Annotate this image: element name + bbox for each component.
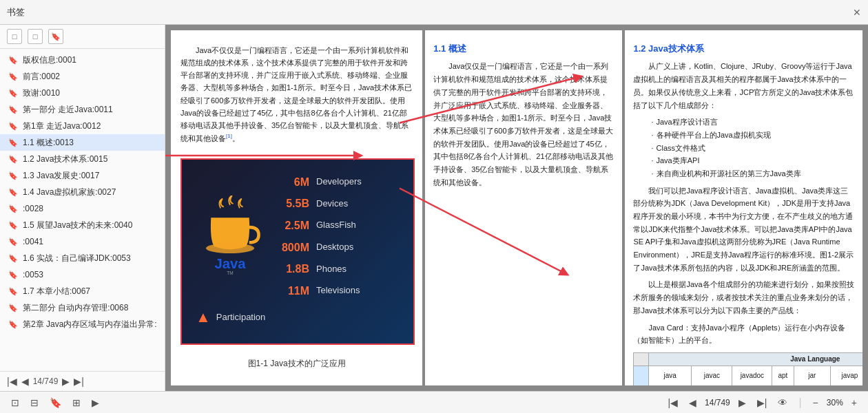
sidebar-icon-1[interactable]: □ — [7, 29, 22, 44]
top-bar-left: 书签 — [7, 6, 25, 19]
bookmark-icon: 🔖 — [8, 104, 18, 116]
sidebar-item-ban[interactable]: 🔖版权信息:0001 — [0, 52, 165, 68]
stat-row-developers: 6MDevelopers — [278, 173, 362, 191]
prev-page-button[interactable]: ◀ — [686, 396, 699, 410]
stat-row-televisions: 11MTelevisions — [278, 282, 362, 300]
pages-container: Java不仅仅是一门编程语言，它还是一个由一系列计算机软件和规范组成的技术体系，… — [165, 25, 868, 391]
eye-button[interactable]: 👁 — [775, 396, 790, 410]
sidebar-item-label: 1.1 概述:0013 — [23, 136, 74, 149]
sidebar-item-sec14[interactable]: 🔖1.4 Java虚拟机家族:0027 — [0, 184, 165, 200]
section-1-2-content2: 我们可以把Java程序设计语言、Java虚拟机、Java类库这三部分统称为JDK… — [633, 184, 854, 275]
java-stats-list: 6MDevelopers5.5BDevices2.5MGlassFish800M… — [278, 173, 362, 300]
nav-next[interactable]: ▶ — [62, 376, 70, 387]
bookmark-icon: 🔖 — [8, 236, 18, 248]
stat-label: Desktops — [316, 240, 353, 255]
sidebar-item-label: 第2章 Java内存区域与内存溢出异常: — [23, 318, 157, 330]
bookmark-icon: 🔖 — [8, 54, 18, 66]
stat-number: 2.5M — [278, 217, 309, 235]
stat-label: GlassFish — [316, 218, 356, 233]
table-cell: apt — [772, 366, 794, 385]
participation-label: Participation — [216, 310, 266, 325]
bookmark-icon: 🔖 — [8, 253, 18, 264]
toolbar-left: ⊡ ⊟ 🔖 ⊞ ▶ — [8, 396, 102, 410]
layout-button[interactable]: ⊞ — [70, 396, 83, 410]
bookmark-icon: 🔖 — [8, 203, 18, 215]
section-1-2-content1: 从广义上讲，Kotlin、Clojure、JRuby、Groovy等运行于Jav… — [633, 60, 854, 112]
last-page-button[interactable]: ▶| — [754, 396, 770, 410]
stat-number: 11M — [278, 282, 309, 300]
participation-row: ▲ Participation — [196, 305, 400, 329]
zoom-in-button[interactable]: + — [849, 396, 860, 410]
sidebar-item-sec16b[interactable]: 🔖:0053 — [0, 266, 165, 283]
zoom-out-button[interactable]: − — [810, 396, 821, 410]
bullet-item: Java程序设计语言 — [643, 116, 854, 129]
sidebar-item-ch2[interactable]: 🔖第2章 Java内存区域与内存溢出异常: — [0, 316, 165, 332]
fit-page-button[interactable]: ⊡ — [8, 396, 22, 410]
sidebar-item-label: 1.5 展望Java技术的未来:0040 — [23, 219, 132, 231]
table-cell: jar — [794, 366, 830, 385]
bookmark-icon: 🔖 — [8, 286, 18, 297]
right-page-2: 1.2 Java技术体系 从广义上讲，Kotlin、Clojure、JRuby、… — [625, 30, 862, 385]
sidebar-item-qian[interactable]: 🔖前言:0002 — [0, 68, 165, 85]
table-top-header: Java Language — [649, 352, 862, 366]
sidebar-list: 🔖版权信息:0001🔖前言:0002🔖致谢:0010🔖第一部分 走近Java:0… — [0, 49, 165, 371]
sidebar-item-sec13[interactable]: 🔖1.3 Java发展史:0017 — [0, 167, 165, 184]
play-button[interactable]: ▶ — [89, 396, 102, 410]
nav-prev[interactable]: ◀ — [21, 376, 29, 387]
section-1-1-heading: 1.1 概述 — [433, 41, 614, 56]
sidebar-page-info: 14/749 — [33, 377, 59, 386]
bookmark-icon: 🔖 — [8, 137, 18, 149]
svg-text:Java: Java — [214, 256, 246, 271]
stat-row-glassfish: 2.5MGlassFish — [278, 217, 362, 235]
stat-label: Televisions — [316, 284, 360, 298]
sidebar-item-sec17[interactable]: 🔖1.7 本章小结:0067 — [0, 283, 165, 299]
stat-row-desktops: 800MDesktops — [278, 239, 362, 257]
sidebar-item-label: :0041 — [23, 235, 43, 248]
sidebar-item-label: 前言:0002 — [23, 70, 60, 83]
sidebar-item-label: :0028 — [23, 202, 43, 215]
sidebar-item-label: :0053 — [23, 268, 43, 281]
sidebar-icon-2[interactable]: □ — [28, 29, 43, 44]
tech-table: Java Language JDK java javac javadoc apt… — [633, 352, 862, 385]
bookmark-icon: 🔖 — [8, 220, 18, 231]
table-cell: javap — [831, 366, 862, 385]
sidebar-bottom: |◀ ◀ 14/749 ▶ ▶| — [0, 371, 165, 391]
section-1-2-content3: 以上是根据Java各个组成部分的功能来进行划分，如果按照技术所服务的领域来划分，… — [633, 278, 854, 317]
sidebar-item-sec11[interactable]: 🔖1.1 概述:0013 — [0, 134, 165, 151]
sidebar: □ □ 🔖 🔖版权信息:0001🔖前言:0002🔖致谢:0010🔖第一部分 走近… — [0, 25, 165, 391]
sidebar-item-sec12[interactable]: 🔖1.2 Java技术体系:0015 — [0, 151, 165, 167]
nav-last[interactable]: ▶| — [74, 376, 84, 387]
bookmark-icon: 🔖 — [8, 120, 18, 132]
bookmark-icon: 🔖 — [8, 71, 18, 83]
sidebar-item-part1[interactable]: 🔖第一部分 走近Java:0011 — [0, 101, 165, 118]
bullet-item: Java类库API — [643, 154, 854, 167]
sidebar-item-sec14b[interactable]: 🔖:0028 — [0, 200, 165, 217]
bookmark-icon: 🔖 — [8, 187, 18, 198]
sidebar-item-sec15b[interactable]: 🔖:0041 — [0, 233, 165, 250]
sidebar-item-zhi[interactable]: 🔖致谢:0010 — [0, 85, 165, 101]
right-pages: 1.1 概述 Java仅仅是一门编程语言，它还是一个由一系列计算机软件和规范组成… — [425, 30, 862, 385]
sidebar-item-sec15[interactable]: 🔖1.5 展望Java技术的未来:0040 — [0, 217, 165, 233]
sidebar-item-sec16[interactable]: 🔖1.6 实战：自己编译JDK:0053 — [0, 250, 165, 266]
table-cell: java — [649, 366, 692, 385]
bookmark-icon: 🔖 — [8, 302, 18, 314]
sidebar-item-ch1[interactable]: 🔖第1章 走近Java:0012 — [0, 118, 165, 134]
top-bar-title: 书签 — [7, 6, 25, 19]
fit-width-button[interactable]: ⊟ — [28, 396, 41, 410]
first-page-button[interactable]: |◀ — [665, 396, 681, 410]
stat-label: Phones — [316, 262, 347, 277]
bookmark-toolbar-button[interactable]: 🔖 — [47, 396, 64, 410]
close-button[interactable]: ✕ — [853, 7, 861, 18]
bullet-item: Class文件格式 — [643, 142, 854, 155]
sidebar-item-label: 1.7 本章小结:0067 — [23, 285, 90, 297]
sidebar-bookmark-icon[interactable]: 🔖 — [48, 29, 63, 44]
sidebar-item-part2[interactable]: 🔖第二部分 自动内存管理:0068 — [0, 299, 165, 316]
sidebar-item-label: 1.4 Java虚拟机家族:0027 — [23, 186, 116, 198]
jdk-label: JDK — [634, 366, 649, 385]
section-1-2-heading: 1.2 Java技术体系 — [633, 41, 854, 56]
left-page: Java不仅仅是一门编程语言，它还是一个由一系列计算机软件和规范组成的技术体系，… — [171, 30, 422, 385]
nav-first[interactable]: |◀ — [7, 376, 17, 387]
next-page-button[interactable]: ▶ — [736, 396, 749, 410]
page-caption: 图1-1 Java技术的广泛应用 — [248, 357, 346, 370]
stat-label: Devices — [316, 197, 348, 211]
